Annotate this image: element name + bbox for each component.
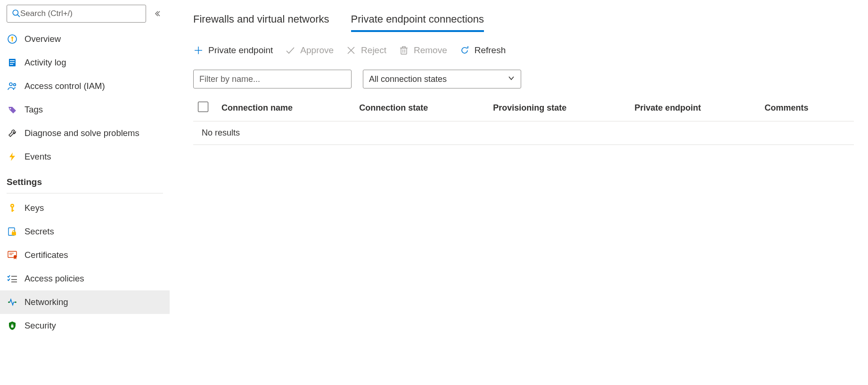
svg-point-27 bbox=[15, 301, 16, 303]
no-results-text: No results bbox=[193, 121, 854, 145]
col-connection-state[interactable]: Connection state bbox=[355, 97, 489, 121]
sidebar-item-label: Secrets bbox=[25, 226, 54, 237]
sidebar-item-label: Activity log bbox=[25, 57, 66, 68]
svg-point-9 bbox=[9, 83, 12, 86]
svg-point-3 bbox=[11, 37, 13, 39]
wrench-icon bbox=[7, 128, 18, 139]
sidebar-item-label: Tags bbox=[25, 104, 43, 115]
sidebar-item-security[interactable]: Security bbox=[0, 314, 170, 337]
check-icon bbox=[285, 45, 295, 56]
connection-state-select[interactable]: All connection states bbox=[363, 70, 521, 88]
remove-button: Remove bbox=[399, 45, 447, 56]
reject-button: Reject bbox=[346, 45, 386, 56]
search-icon bbox=[12, 9, 20, 19]
sidebar: Overview Activity log Access control (IA… bbox=[0, 0, 170, 385]
tag-icon bbox=[7, 104, 18, 115]
svg-point-10 bbox=[14, 84, 16, 86]
key-icon bbox=[7, 202, 18, 214]
toolbar-label: Remove bbox=[414, 45, 447, 56]
activity-log-icon bbox=[7, 57, 18, 68]
sidebar-search-box[interactable] bbox=[7, 5, 146, 23]
svg-rect-7 bbox=[10, 62, 15, 63]
people-icon bbox=[7, 80, 18, 92]
sidebar-item-access-control[interactable]: Access control (IAM) bbox=[0, 74, 170, 98]
svg-point-13 bbox=[11, 205, 13, 206]
svg-point-26 bbox=[8, 301, 9, 303]
svg-rect-38 bbox=[402, 47, 405, 48]
x-icon bbox=[346, 45, 356, 56]
filter-by-name-input[interactable] bbox=[193, 70, 352, 88]
svg-rect-34 bbox=[401, 48, 407, 54]
select-value: All connection states bbox=[369, 74, 447, 84]
col-private-endpoint[interactable]: Private endpoint bbox=[631, 97, 761, 121]
networking-icon bbox=[7, 297, 18, 308]
add-private-endpoint-button[interactable]: Private endpoint bbox=[193, 45, 273, 56]
secrets-icon bbox=[7, 226, 18, 237]
sidebar-item-label: Security bbox=[25, 321, 56, 331]
approve-button: Approve bbox=[285, 45, 334, 56]
svg-line-1 bbox=[17, 15, 20, 17]
table-header-row: Connection name Connection state Provisi… bbox=[193, 97, 854, 121]
sidebar-item-keys[interactable]: Keys bbox=[0, 196, 170, 220]
sidebar-section-settings: Settings bbox=[0, 168, 170, 191]
sidebar-item-label: Certificates bbox=[25, 250, 68, 260]
col-connection-name[interactable]: Connection name bbox=[218, 97, 355, 121]
col-comments[interactable]: Comments bbox=[761, 97, 854, 121]
sidebar-search-row bbox=[0, 0, 170, 27]
sidebar-item-label: Overview bbox=[25, 34, 61, 44]
col-provisioning-state[interactable]: Provisioning state bbox=[489, 97, 631, 121]
refresh-icon bbox=[459, 45, 470, 56]
sidebar-item-label: Networking bbox=[25, 297, 68, 307]
sidebar-item-overview[interactable]: Overview bbox=[0, 27, 170, 51]
main-content: Firewalls and virtual networks Private e… bbox=[170, 0, 868, 385]
svg-rect-15 bbox=[12, 210, 14, 211]
sidebar-item-label: Keys bbox=[25, 203, 44, 213]
toolbar: Private endpoint Approve Reject Remove R… bbox=[193, 45, 854, 56]
sidebar-item-label: Access policies bbox=[25, 273, 84, 284]
svg-rect-6 bbox=[10, 60, 15, 61]
sidebar-item-tags[interactable]: Tags bbox=[0, 98, 170, 121]
sidebar-item-events[interactable]: Events bbox=[0, 145, 170, 168]
connections-table: Connection name Connection state Provisi… bbox=[193, 97, 854, 145]
toolbar-label: Refresh bbox=[475, 45, 506, 56]
toolbar-label: Approve bbox=[300, 45, 334, 56]
key-round-icon bbox=[7, 33, 18, 45]
tab-firewalls[interactable]: Firewalls and virtual networks bbox=[193, 9, 329, 32]
certificate-icon bbox=[7, 249, 18, 261]
select-all-checkbox[interactable] bbox=[198, 102, 208, 112]
sidebar-item-label: Access control (IAM) bbox=[25, 81, 105, 91]
shield-icon bbox=[7, 320, 18, 331]
sidebar-nav: Overview Activity log Access control (IA… bbox=[0, 27, 170, 385]
toolbar-label: Private endpoint bbox=[208, 45, 273, 56]
svg-point-11 bbox=[10, 108, 11, 110]
sidebar-item-secrets[interactable]: Secrets bbox=[0, 220, 170, 243]
search-input[interactable] bbox=[20, 9, 141, 18]
lightning-icon bbox=[7, 151, 18, 162]
divider bbox=[7, 193, 163, 193]
table-row-empty: No results bbox=[193, 121, 854, 145]
refresh-button[interactable]: Refresh bbox=[459, 45, 506, 56]
svg-point-0 bbox=[13, 10, 18, 15]
svg-rect-4 bbox=[12, 39, 13, 41]
chevron-down-icon bbox=[508, 74, 515, 84]
sidebar-item-activity-log[interactable]: Activity log bbox=[0, 51, 170, 74]
filters-row: All connection states bbox=[193, 70, 854, 88]
svg-rect-8 bbox=[10, 64, 13, 65]
checklist-icon bbox=[7, 273, 18, 284]
sidebar-item-networking[interactable]: Networking bbox=[0, 290, 170, 314]
plus-icon bbox=[193, 45, 204, 56]
toolbar-label: Reject bbox=[361, 45, 386, 56]
sidebar-item-label: Events bbox=[25, 152, 51, 162]
sidebar-item-diagnose[interactable]: Diagnose and solve problems bbox=[0, 121, 170, 145]
trash-icon bbox=[399, 45, 409, 56]
svg-rect-14 bbox=[12, 207, 13, 212]
tab-private-endpoint-connections[interactable]: Private endpoint connections bbox=[351, 9, 484, 32]
tab-bar: Firewalls and virtual networks Private e… bbox=[193, 9, 854, 32]
sidebar-item-certificates[interactable]: Certificates bbox=[0, 243, 170, 267]
sidebar-item-label: Diagnose and solve problems bbox=[25, 128, 139, 138]
collapse-sidebar-button[interactable] bbox=[152, 8, 163, 19]
sidebar-item-access-policies[interactable]: Access policies bbox=[0, 267, 170, 290]
